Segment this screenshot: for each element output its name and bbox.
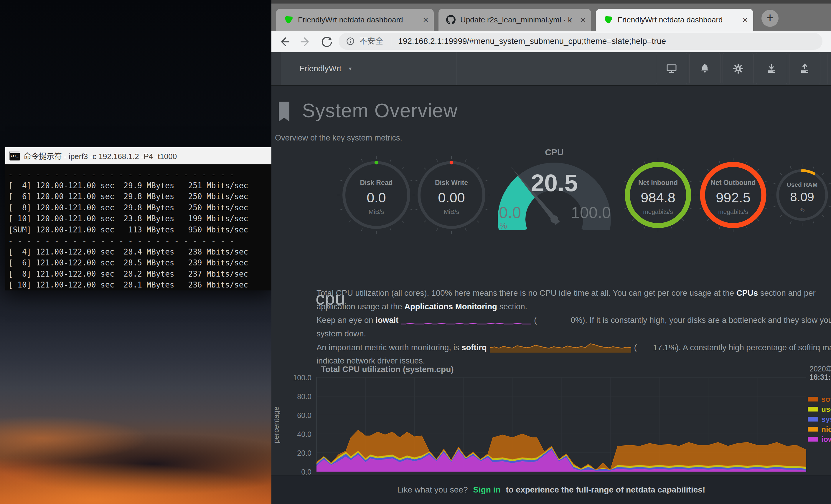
tab-close-icon[interactable]: × [423, 15, 428, 25]
legend-item[interactable]: nice [808, 424, 831, 434]
gauge-units: MiB/s [412, 208, 491, 215]
reload-button[interactable] [319, 34, 335, 50]
gauge-disk-read[interactable]: Disk Read 0.0 MiB/s [337, 155, 416, 235]
gauge-value: 20.5 [492, 169, 616, 197]
cpu-help-line-5: An important metric worth monitoring, is… [316, 340, 831, 354]
gauge-net-inbound[interactable]: Net Inbound 984.8 megabits/s [618, 155, 698, 235]
legend-item[interactable]: user [808, 404, 831, 414]
help-text: ). A constantly high percentage of softi… [676, 343, 831, 352]
help-text: An important metric worth monitoring, is [316, 343, 461, 352]
import-button[interactable] [756, 53, 787, 84]
legend-item[interactable]: iowait [808, 434, 831, 444]
monitor-icon [666, 63, 678, 75]
y-tick-label: 40.0 [282, 430, 312, 438]
help-text: ( [634, 343, 637, 352]
help-text: system down. [316, 329, 366, 338]
gauge-value: 8.09 [771, 190, 831, 204]
legend-label: system [821, 415, 831, 424]
forward-button[interactable] [298, 34, 313, 50]
tab-close-icon[interactable]: × [742, 15, 748, 25]
tab-friendlywrt-2-active[interactable]: FriendlyWrt netdata dashboard × [596, 9, 753, 31]
new-tab-button[interactable]: + [762, 10, 778, 27]
terminal-window[interactable]: 命令提示符 - iperf3 -c 192.168.1.2 -P4 -t1000… [5, 147, 271, 291]
upload-icon [799, 63, 811, 75]
export-button[interactable] [789, 53, 821, 84]
signin-prefix: Like what you see? [397, 485, 468, 494]
cpu-help-line-2: application usage at the Applications Mo… [316, 300, 527, 314]
softirq-sparkline[interactable] [490, 340, 631, 357]
netdata-favicon-icon [603, 15, 613, 25]
download-icon [766, 63, 777, 75]
chart-legend[interactable]: softirqusersystemniceiowait [808, 394, 831, 444]
iowait-sparkline[interactable] [401, 316, 531, 330]
gauge-value: 0.0 [337, 189, 416, 206]
legend-item[interactable]: system [808, 414, 831, 424]
address-bar[interactable]: 不安全 192.168.2.1:19999/#menu_system_subme… [339, 33, 823, 50]
legend-item[interactable]: softirq [808, 394, 831, 404]
gauge-units: % [499, 221, 507, 231]
softirq-label: softirq [461, 343, 487, 352]
cpu-help-line-1: Total CPU utilization (all cores). 100% … [316, 286, 816, 300]
tab-github[interactable]: Update r2s_lean_minimal.yml · k × [438, 9, 591, 31]
gauge-net-outbound[interactable]: Net Outbound 992.5 megabits/s [693, 155, 773, 235]
softirq-value: 17.1% [653, 343, 676, 352]
chart-time: 16:31:2 [809, 373, 831, 382]
gauge-label: Disk Read [337, 179, 416, 187]
browser-window: FriendlyWrt netdata dashboard × Update r… [271, 0, 831, 504]
gauge-label: Disk Write [412, 179, 491, 187]
cmd-icon [9, 151, 20, 160]
netdata-page: FriendlyWrt ▼ [271, 52, 831, 504]
back-button[interactable] [277, 34, 292, 50]
gauge-units: % [771, 207, 831, 213]
signin-link[interactable]: Sign in [473, 485, 500, 494]
y-tick-label: 20.0 [282, 449, 312, 456]
bookmark-icon [278, 101, 290, 124]
url-text[interactable]: 192.168.2.1:19999/#menu_system_submenu_c… [398, 33, 666, 50]
chevron-down-icon: ▼ [348, 66, 352, 71]
help-text: application usage at the [316, 302, 404, 311]
legend-label: user [821, 405, 831, 414]
gauge-used-ram[interactable]: Used RAM 8.09 % [771, 164, 831, 226]
applications-monitoring-link[interactable]: Applications Monitoring [404, 302, 497, 311]
nodes-view-button[interactable] [656, 53, 687, 84]
tab-title: Update r2s_lean_minimal.yml · k [460, 15, 576, 25]
gauge-units: megabits/s [618, 208, 698, 215]
signin-bar: Like what you see? Sign in to experience… [271, 475, 831, 504]
y-tick-label: 100.0 [282, 374, 312, 381]
host-menu-label: FriendlyWrt [299, 64, 342, 73]
help-text: section. [497, 302, 527, 311]
legend-swatch [808, 417, 818, 421]
tab-strip: FriendlyWrt netdata dashboard × Update r… [271, 0, 831, 31]
iowait-label: iowait [375, 316, 398, 325]
y-axis-title: percentage [272, 398, 281, 451]
chart-title: Total CPU utilization (system.cpu) [321, 365, 454, 374]
gauge-units: megabits/s [693, 208, 773, 215]
host-menu[interactable]: FriendlyWrt ▼ [281, 52, 456, 85]
chart-date: 2020年3 [809, 363, 831, 374]
legend-swatch [808, 407, 818, 412]
security-label[interactable]: 不安全 [359, 33, 383, 50]
tab-friendlywrt-1[interactable]: FriendlyWrt netdata dashboard × [276, 9, 434, 31]
settings-button[interactable] [722, 53, 754, 84]
alarms-button[interactable] [689, 53, 720, 84]
gauge-units: MiB/s [337, 208, 416, 215]
terminal-output[interactable]: - - - - - - - - - - - - - - - - - - - - … [5, 165, 271, 291]
signin-suffix: to experience the full-range of netdata … [506, 485, 705, 494]
legend-label: iowait [821, 435, 831, 444]
navbar-partial-button [827, 53, 831, 84]
cpu-help-line-3: Keep an eye on iowait(0%). If it is cons… [316, 314, 831, 327]
legend-swatch [808, 427, 818, 432]
y-tick-label: 80.0 [282, 392, 312, 400]
terminal-titlebar[interactable]: 命令提示符 - iperf3 -c 192.168.1.2 -P4 -t1000 [5, 147, 271, 165]
tab-title: FriendlyWrt netdata dashboard [298, 15, 419, 25]
cpus-link[interactable]: CPUs [737, 288, 758, 297]
tab-close-icon[interactable]: × [580, 15, 586, 25]
help-text: ). If it is constantly high, your disks … [582, 316, 831, 325]
legend-swatch [808, 397, 818, 402]
cpu-chart-plot[interactable] [316, 377, 806, 472]
gauge-cpu[interactable]: CPU 20.5 0.0 100.0 % [492, 142, 616, 230]
browser-toolbar: 不安全 192.168.2.1:19999/#menu_system_subme… [271, 31, 831, 52]
omnibox-divider [391, 36, 391, 46]
info-icon[interactable] [346, 37, 354, 46]
gauge-disk-write[interactable]: Disk Write 0.00 MiB/s [412, 155, 491, 235]
